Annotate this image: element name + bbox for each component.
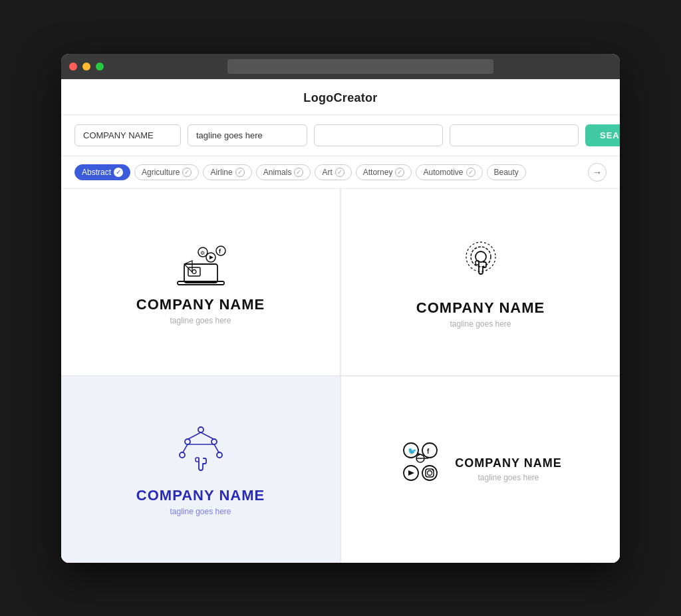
- check-icon: ✓: [395, 168, 404, 177]
- logo-3-tagline: tagline goes here: [170, 507, 231, 516]
- logo-2-company: COMPANY NAME: [416, 299, 545, 317]
- svg-text:🐦: 🐦: [408, 446, 417, 456]
- logo-1-tagline: tagline goes here: [170, 316, 231, 325]
- svg-line-18: [188, 432, 201, 439]
- close-button[interactable]: [69, 63, 77, 71]
- svg-point-3: [192, 269, 196, 273]
- svg-point-16: [180, 452, 185, 458]
- logo-4-text: COMPANY NAME tagline goes here: [455, 456, 561, 482]
- svg-point-6: [216, 246, 225, 255]
- svg-text:⚙: ⚙: [200, 250, 205, 256]
- svg-line-19: [201, 432, 213, 439]
- filter-chip-label: Abstract: [82, 168, 111, 177]
- svg-point-29: [422, 466, 437, 480]
- logo-4-company: COMPANY NAME: [455, 456, 561, 470]
- logo-icon-1: f ⚙: [171, 239, 231, 285]
- filter-chip-airline[interactable]: Airline ✓: [203, 164, 251, 180]
- filter-chip-beauty[interactable]: Beauty: [487, 164, 526, 180]
- logo-4-tagline: tagline goes here: [455, 473, 561, 482]
- check-icon: ✓: [114, 168, 123, 177]
- filter-chip-label: Automotive: [423, 168, 463, 177]
- filter-bar: Abstract ✓ Agriculture ✓ Airline ✓ Anima…: [61, 156, 620, 189]
- logo-icon-4: 🐦 f: [399, 441, 446, 488]
- filter-chip-label: Animals: [263, 168, 292, 177]
- titlebar: [61, 54, 620, 79]
- logo-3-company: COMPANY NAME: [136, 487, 265, 504]
- logo-icon-3: [174, 423, 227, 476]
- filter-chip-attorney[interactable]: Attorney ✓: [356, 164, 412, 180]
- svg-rect-2: [188, 267, 200, 276]
- svg-point-15: [211, 439, 217, 444]
- filter-chip-label: Attorney: [363, 168, 393, 177]
- svg-rect-0: [184, 264, 217, 283]
- logo-card-1[interactable]: f ⚙ COMPANY NAME tagline goes here: [61, 189, 340, 375]
- logo-grid: f ⚙ COMPANY NAME tagline goes here: [61, 189, 620, 563]
- logo-card-3[interactable]: COMPANY NAME tagline goes here: [61, 377, 340, 563]
- logo-card-2[interactable]: COMPANY NAME tagline goes here: [341, 189, 620, 375]
- svg-point-14: [185, 439, 190, 444]
- search-bar: SEARCH: [61, 115, 620, 156]
- filter-chip-art[interactable]: Art ✓: [315, 164, 351, 180]
- check-icon: ✓: [335, 168, 344, 177]
- tagline-input[interactable]: [188, 124, 307, 146]
- app-window: LogoCreator SEARCH Abstract ✓ Agricultur…: [61, 54, 620, 563]
- filter-chip-automotive[interactable]: Automotive ✓: [416, 164, 482, 180]
- svg-text:f: f: [219, 248, 221, 255]
- check-icon: ✓: [294, 168, 303, 177]
- svg-line-20: [183, 444, 188, 452]
- svg-point-31: [428, 470, 432, 475]
- app-title: LogoCreator: [303, 91, 377, 104]
- filter-chip-label: Agriculture: [142, 168, 180, 177]
- maximize-button[interactable]: [96, 63, 104, 71]
- filter-chip-abstract[interactable]: Abstract ✓: [74, 164, 130, 180]
- filter-chip-agriculture[interactable]: Agriculture ✓: [134, 164, 199, 180]
- filter-chip-animals[interactable]: Animals ✓: [256, 164, 311, 180]
- extra-input-2[interactable]: [450, 124, 579, 146]
- svg-text:f: f: [427, 448, 430, 455]
- svg-point-17: [217, 452, 222, 458]
- logo-icon-2: [454, 235, 507, 289]
- filter-next-button[interactable]: →: [588, 163, 607, 182]
- app-header: LogoCreator: [61, 79, 620, 115]
- company-name-input[interactable]: [74, 124, 181, 146]
- svg-line-21: [214, 444, 219, 452]
- search-button[interactable]: SEARCH: [585, 124, 620, 146]
- svg-marker-28: [408, 470, 414, 476]
- filter-chip-label: Beauty: [494, 168, 519, 177]
- filter-chip-label: Art: [322, 168, 332, 177]
- logo-4-content: 🐦 f: [399, 441, 561, 498]
- app-content: LogoCreator SEARCH Abstract ✓ Agricultur…: [61, 79, 620, 563]
- logo-2-tagline: tagline goes here: [450, 319, 511, 329]
- logo-1-company: COMPANY NAME: [136, 296, 265, 313]
- arrow-right-icon: →: [593, 167, 602, 178]
- svg-point-32: [432, 469, 434, 470]
- svg-point-13: [198, 427, 204, 432]
- logo-card-4[interactable]: 🐦 f: [341, 377, 620, 563]
- svg-marker-5: [209, 255, 213, 259]
- svg-point-11: [471, 247, 491, 267]
- check-icon: ✓: [182, 168, 192, 177]
- extra-input-1[interactable]: [314, 124, 443, 146]
- url-bar: [227, 59, 493, 74]
- check-icon: ✓: [466, 168, 476, 177]
- minimize-button[interactable]: [82, 63, 90, 71]
- filter-chip-label: Airline: [210, 168, 232, 177]
- check-icon: ✓: [235, 168, 245, 177]
- svg-point-25: [422, 443, 437, 458]
